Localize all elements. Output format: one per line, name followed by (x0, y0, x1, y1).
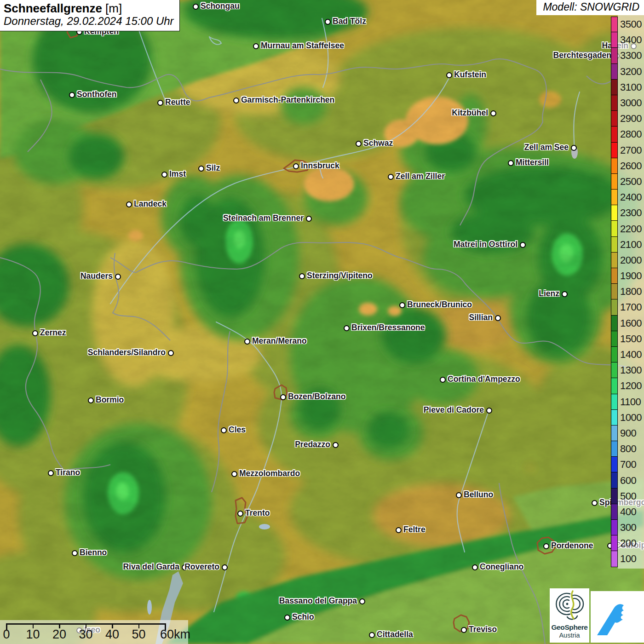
geosphere-swirl-icon (550, 588, 589, 622)
city-label-bozen-bolzano: Bozen/Bolzano (288, 392, 345, 402)
colorbar-cell-700 (611, 456, 618, 472)
snowfall-limit-map: SchongauBad TölzKemptenMurnau am Staffel… (0, 0, 644, 644)
city-label-imst: Imst (169, 169, 186, 179)
colorbar-cell-1300 (611, 362, 618, 378)
colorbar-cell-500 (611, 488, 618, 504)
city-marker-belluno[interactable] (456, 492, 462, 498)
colorbar-label-2800: 2800 (618, 128, 642, 140)
city-marker-kufstein[interactable] (446, 72, 452, 78)
city-marker-schlanders-silandro[interactable] (168, 350, 174, 356)
city-marker-sonthofen[interactable] (69, 92, 75, 98)
city-marker-cles[interactable] (221, 427, 227, 433)
colorbar-label-2200: 2200 (618, 223, 642, 235)
colorbar-label-1700: 1700 (618, 301, 642, 313)
city-marker-garmisch-partenkirchen[interactable] (233, 98, 239, 104)
scalebar: 0102030405060km (0, 620, 188, 644)
city-label-sterzing-vipiteno: Sterzing/Vipiteno (307, 271, 373, 281)
colorbar-label-2300: 2300 (618, 207, 642, 219)
city-marker-treviso[interactable] (461, 627, 467, 633)
city-marker-matrei-in-osttirol[interactable] (520, 242, 526, 248)
city-marker-zell-am-see[interactable] (571, 145, 577, 151)
city-marker-sillian[interactable] (495, 315, 501, 321)
colorbar-row-3500: 3500 (611, 17, 642, 32)
city-marker-mittersill[interactable] (508, 160, 514, 166)
colorbar-label-2500: 2500 (618, 176, 642, 188)
city-marker-kitzb-hel[interactable] (490, 110, 496, 116)
colorbar-cell-800 (611, 441, 618, 457)
city-marker-imst[interactable] (161, 172, 167, 178)
city-marker-trento[interactable] (237, 511, 243, 517)
colorbar-cell-1200 (611, 378, 618, 394)
city-marker-innsbruck[interactable] (293, 163, 299, 169)
city-marker-schio[interactable] (284, 615, 290, 621)
colorbar-cell-2900 (611, 110, 618, 126)
city-marker-schongau[interactable] (193, 4, 199, 10)
city-label-lienz: Lienz (539, 289, 559, 299)
colorbar-row-3100: 3100 (611, 80, 642, 95)
city-marker-bozen-bolzano[interactable] (280, 394, 286, 400)
scalebar-label-2: 20 (52, 627, 66, 642)
city-marker-rovereto[interactable] (222, 564, 228, 570)
colorbar-row-1900: 1900 (611, 268, 642, 284)
colorbar-cell-2500 (611, 173, 618, 190)
colorbar-row-2900: 2900 (611, 111, 642, 126)
colorbar-cell-2100 (611, 236, 618, 253)
title-box: Schneefallgrenze [m] Donnerstag, 29.02.2… (0, 0, 180, 31)
colorbar-label-100: 100 (618, 553, 636, 565)
colorbar-label-2100: 2100 (618, 239, 642, 251)
colorbar-label-700: 700 (618, 459, 636, 471)
city-label-pordenone: Pordenone (551, 541, 593, 551)
colorbar-label-3000: 3000 (618, 97, 642, 109)
city-marker-brixen-bressanone[interactable] (344, 325, 350, 331)
city-marker-landeck[interactable] (126, 201, 132, 207)
city-marker-sterzing-vipiteno[interactable] (299, 273, 305, 279)
city-label-feltre: Feltre (403, 525, 426, 535)
city-marker-zernez[interactable] (32, 330, 38, 336)
colorbar-label-1800: 1800 (618, 286, 642, 298)
city-label-rovereto: Rovereto (184, 562, 219, 572)
colorbar-label-3500: 3500 (618, 18, 642, 30)
city-marker-murnau-am-staffelsee[interactable] (253, 43, 259, 49)
colorbar-cell-2300 (611, 205, 618, 221)
city-marker-lienz[interactable] (562, 291, 568, 297)
city-marker-feltre[interactable] (396, 527, 402, 533)
city-marker-bad-t-lz[interactable] (325, 19, 331, 25)
colorbar-row-700: 700 (611, 457, 642, 472)
colorbar-cell-2800 (611, 126, 618, 142)
colorbar-cell-1500 (611, 331, 618, 347)
city-marker-pieve-di-cadore[interactable] (486, 408, 492, 414)
colorbar-label-1300: 1300 (618, 364, 642, 376)
colorbar-label-1200: 1200 (618, 380, 642, 392)
city-marker-nauders[interactable] (115, 274, 121, 280)
city-marker-mezzolombardo[interactable] (231, 471, 237, 477)
city-label-berchtesgaden: Berchtesgaden (553, 51, 611, 60)
city-marker-spilimbergo[interactable] (592, 500, 598, 506)
city-marker-cortina-d-ampezzo[interactable] (440, 377, 446, 383)
geosphere-logo-card: GeoSphere Austria (550, 588, 589, 643)
colorbar-cell-100 (611, 551, 618, 567)
colorbar-cell-1700 (611, 299, 618, 315)
city-marker-meran-merano[interactable] (244, 339, 250, 345)
city-marker-tirano[interactable] (48, 470, 54, 476)
city-marker-zell-am-ziller[interactable] (388, 174, 394, 180)
city-marker-steinach-am-brenner[interactable] (306, 216, 312, 222)
colorbar-cell-3000 (611, 95, 618, 111)
city-label-zell-am-ziller: Zell am Ziller (396, 172, 445, 181)
city-marker-predazzo[interactable] (333, 442, 339, 448)
city-marker-cittadella[interactable] (369, 632, 375, 638)
city-marker-bormio[interactable] (88, 397, 94, 403)
city-marker-bienno[interactable] (72, 550, 78, 556)
city-marker-bassano-del-grappa[interactable] (359, 598, 365, 604)
city-marker-bruneck-brunico[interactable] (399, 302, 405, 308)
city-label-kitzb-hel: Kitzbühel (452, 108, 488, 118)
scalebar-label-4: 40 (105, 627, 119, 642)
city-label-nauders: Nauders (80, 271, 113, 281)
city-marker-pordenone[interactable] (543, 543, 549, 549)
city-marker-conegliano[interactable] (472, 564, 478, 570)
colorbar-row-3400: 3400 (611, 32, 642, 48)
city-label-sonthofen: Sonthofen (77, 90, 117, 99)
colorbar-label-1100: 1100 (618, 396, 641, 408)
city-marker-reutte[interactable] (157, 100, 163, 106)
city-marker-schwaz[interactable] (356, 141, 362, 147)
city-marker-silz[interactable] (198, 166, 204, 172)
